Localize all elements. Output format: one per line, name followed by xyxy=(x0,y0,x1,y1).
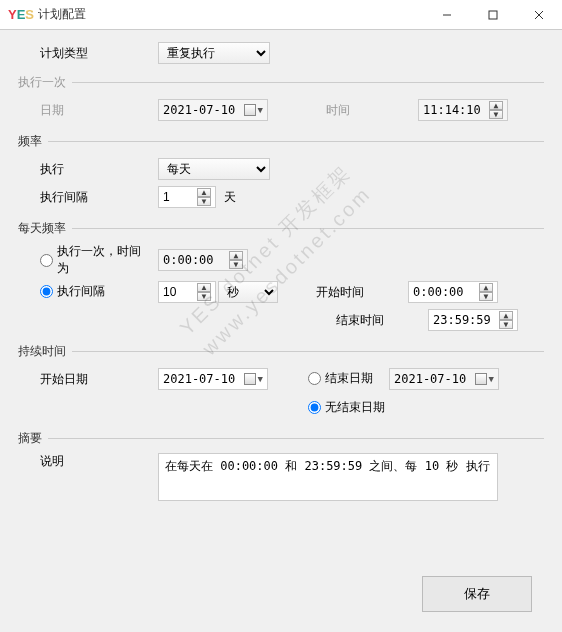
daily-once-time-value: 0:00:00 xyxy=(163,253,214,267)
daily-once-label: 执行一次，时间为 xyxy=(57,243,148,277)
end-date-value: 2021-07-10 xyxy=(394,372,466,386)
exec-select[interactable]: 每天 xyxy=(158,158,270,180)
desc-label: 说明 xyxy=(18,453,158,470)
end-date-label: 结束日期 xyxy=(325,370,373,387)
execute-once-legend: 执行一次 xyxy=(18,74,72,91)
duration-group: 持续时间 开始日期 2021-07-10 ▼ 结束日期 2021-07-10 ▼… xyxy=(18,343,544,422)
daily-interval-radio[interactable]: 执行间隔 xyxy=(40,283,105,300)
calendar-icon xyxy=(475,373,487,385)
minimize-button[interactable] xyxy=(424,0,470,30)
daily-interval-value: 10 xyxy=(163,285,176,299)
end-date-radio[interactable]: 结束日期 xyxy=(308,370,373,387)
once-time-label: 时间 xyxy=(318,102,418,119)
spinner-icon[interactable]: ▲▼ xyxy=(499,311,513,329)
once-time-picker[interactable]: 11:14:10 ▲▼ xyxy=(418,99,508,121)
execute-once-group: 执行一次 日期 2021-07-10 ▼ 时间 11:14:10 ▲▼ xyxy=(18,74,544,125)
chevron-down-icon: ▼ xyxy=(258,105,263,115)
exec-interval-label: 执行间隔 xyxy=(18,189,158,206)
start-date-label: 开始日期 xyxy=(18,371,158,388)
exec-interval-value: 1 xyxy=(163,190,170,204)
svg-rect-1 xyxy=(489,11,497,19)
exec-interval-unit: 天 xyxy=(224,189,236,206)
exec-interval-spinner[interactable]: 1 ▲▼ xyxy=(158,186,216,208)
desc-textarea[interactable]: 在每天在 00:00:00 和 23:59:59 之间、每 10 秒 执行 xyxy=(158,453,498,501)
once-date-label: 日期 xyxy=(18,102,158,119)
once-date-picker[interactable]: 2021-07-10 ▼ xyxy=(158,99,268,121)
frequency-group: 频率 执行 每天 执行间隔 1 ▲▼ 天 xyxy=(18,133,544,212)
end-date-picker[interactable]: 2021-07-10 ▼ xyxy=(389,368,499,390)
frequency-legend: 频率 xyxy=(18,133,48,150)
daily-end-label: 结束时间 xyxy=(328,312,428,329)
spinner-icon[interactable]: ▲▼ xyxy=(197,283,211,301)
desc-text: 在每天在 00:00:00 和 23:59:59 之间、每 10 秒 执行 xyxy=(165,459,490,473)
spinner-icon[interactable]: ▲▼ xyxy=(479,283,493,301)
window-controls xyxy=(424,0,562,30)
daily-end-time-value: 23:59:59 xyxy=(433,313,491,327)
daily-once-time[interactable]: 0:00:00 ▲▼ xyxy=(158,249,248,271)
start-date-value: 2021-07-10 xyxy=(163,372,235,386)
daily-once-radio[interactable]: 执行一次，时间为 xyxy=(40,243,148,277)
daily-end-time[interactable]: 23:59:59 ▲▼ xyxy=(428,309,518,331)
summary-legend: 摘要 xyxy=(18,430,48,447)
chevron-down-icon: ▼ xyxy=(258,374,263,384)
plan-type-select[interactable]: 重复执行 xyxy=(158,42,270,64)
calendar-icon xyxy=(244,373,256,385)
close-button[interactable] xyxy=(516,0,562,30)
start-date-picker[interactable]: 2021-07-10 ▼ xyxy=(158,368,268,390)
no-end-label: 无结束日期 xyxy=(325,399,385,416)
logo-s: S xyxy=(25,7,34,22)
maximize-button[interactable] xyxy=(470,0,516,30)
no-end-date-radio[interactable]: 无结束日期 xyxy=(308,399,385,416)
save-button[interactable]: 保存 xyxy=(422,576,532,612)
duration-legend: 持续时间 xyxy=(18,343,72,360)
content-area: YES dotnet 开发框架 www.yesdotnet.com 计划类型 重… xyxy=(0,30,562,632)
exec-label: 执行 xyxy=(18,161,158,178)
chevron-down-icon: ▼ xyxy=(489,374,494,384)
summary-group: 摘要 说明 在每天在 00:00:00 和 23:59:59 之间、每 10 秒… xyxy=(18,430,544,503)
daily-start-label: 开始时间 xyxy=(308,284,408,301)
daily-frequency-group: 每天频率 执行一次，时间为 0:00:00 ▲▼ 执行间隔 10 ▲▼ 秒 开始… xyxy=(18,220,544,335)
daily-interval-unit-select[interactable]: 秒 xyxy=(218,281,278,303)
daily-start-time-value: 0:00:00 xyxy=(413,285,464,299)
spinner-icon[interactable]: ▲▼ xyxy=(229,251,243,269)
daily-interval-spinner[interactable]: 10 ▲▼ xyxy=(158,281,216,303)
title-bar: YES 计划配置 xyxy=(0,0,562,30)
calendar-icon xyxy=(244,104,256,116)
once-time-value: 11:14:10 xyxy=(423,103,481,117)
window-title: 计划配置 xyxy=(38,6,86,23)
daily-legend: 每天频率 xyxy=(18,220,72,237)
spinner-icon[interactable]: ▲▼ xyxy=(197,188,211,206)
spinner-icon[interactable]: ▲▼ xyxy=(489,101,503,119)
plan-type-label: 计划类型 xyxy=(18,45,158,62)
daily-start-time[interactable]: 0:00:00 ▲▼ xyxy=(408,281,498,303)
daily-interval-label: 执行间隔 xyxy=(57,283,105,300)
once-date-value: 2021-07-10 xyxy=(163,103,235,117)
app-logo: YES xyxy=(8,7,34,22)
logo-y: Y xyxy=(8,7,17,22)
plan-type-row: 计划类型 重复执行 xyxy=(18,40,544,66)
